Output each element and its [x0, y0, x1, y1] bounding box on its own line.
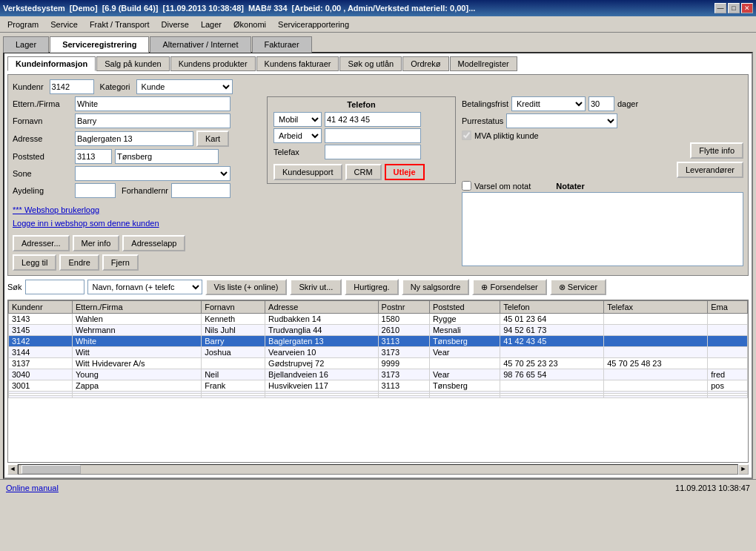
mva-checkbox[interactable] [462, 131, 471, 140]
table-header-row: Kundenr Ettern./Firma Fornavn Adresse Po… [9, 301, 748, 314]
endre-button[interactable]: Endre [59, 254, 99, 271]
crm-button[interactable]: CRM [345, 164, 382, 180]
arbeid-input[interactable] [325, 128, 421, 143]
kart-button[interactable]: Kart [196, 131, 229, 147]
tab-ordrekø[interactable]: Ordrekø [402, 56, 448, 71]
legg-til-button[interactable]: Legg til [13, 254, 56, 271]
cell-poststed: Mesnali [429, 325, 500, 336]
tab-lager[interactable]: Lager [3, 36, 49, 53]
mva-row: MVA pliktig kunde [462, 131, 743, 140]
webshop-link[interactable]: *** Webshop brukerlogg [13, 205, 99, 214]
mobil-type[interactable]: Mobil [273, 112, 322, 127]
skriv-ut-button[interactable]: Skriv ut... [290, 279, 342, 295]
vis-liste-button[interactable]: Vis liste (+ online) [205, 279, 288, 295]
avdeling-input[interactable] [75, 183, 116, 198]
table-row[interactable] [9, 396, 748, 398]
menu-okonomi[interactable]: Økonomi [228, 19, 272, 30]
search-type-select[interactable]: Navn, fornavn (+ telefc [87, 280, 202, 294]
mobil-input[interactable] [325, 112, 421, 127]
ny-salgsordre-button[interactable]: Ny salgsordre [402, 279, 470, 295]
scrollbar-track[interactable] [18, 464, 738, 475]
table-row[interactable]: 3142WhiteBarryBaglergaten 133113Tønsberg… [9, 336, 748, 347]
tab-alternativer[interactable]: Alternativer / Internet [150, 36, 251, 53]
adresser-button[interactable]: Adresser... [13, 235, 70, 251]
minimize-button[interactable]: — [714, 3, 726, 13]
tab-sok[interactable]: Søk og utlån [339, 56, 402, 71]
adresse-row: Adresse Kart [13, 131, 261, 147]
scroll-right-button[interactable]: ► [738, 464, 749, 475]
table-row[interactable]: 3143WahlenKennethRudbakken 141580Rygge45… [9, 314, 748, 325]
customer-info-panel: Kundenr Kategori Kunde Bedrift Ettern./F… [7, 74, 749, 276]
maximize-button[interactable]: □ [728, 3, 740, 13]
betalingsfrist-select[interactable]: Kreditt [511, 96, 586, 111]
cell-adresse: Trudvanglia 44 [265, 325, 378, 336]
cell-kundenr: 3137 [9, 358, 73, 369]
scroll-left-button[interactable]: ◄ [7, 464, 18, 475]
tab-serviceregistrering[interactable]: Serviceregistrering [50, 36, 149, 53]
leverandorer-button[interactable]: Leverandører [677, 162, 743, 178]
forsendelser-button[interactable]: ⊕ Forsendelser [472, 279, 546, 295]
scrollbar-thumb[interactable] [21, 465, 81, 474]
tab-fakturaer[interactable]: Kundens fakturaer [256, 56, 339, 71]
tab-produkter[interactable]: Kundens produkter [170, 56, 256, 71]
sone-select[interactable] [75, 166, 231, 181]
main-content: Kundeinformasjon Salg på kunden Kundens … [3, 52, 753, 479]
hurtigreg-button[interactable]: Hurtigreg. [345, 279, 398, 295]
menu-diverse[interactable]: Diverse [156, 19, 195, 30]
tab-salg[interactable]: Salg på kunden [96, 56, 169, 71]
table-row[interactable]: 3137Witt Hvidevarer A/sGødstrupvej 72999… [9, 358, 748, 369]
menu-lager[interactable]: Lager [195, 19, 228, 30]
fornavn-row: Fornavn [13, 113, 261, 128]
menu-servicerapportering[interactable]: Servicerapportering [272, 19, 355, 30]
adresse-input[interactable] [75, 131, 193, 146]
ettern-input[interactable] [75, 96, 231, 111]
poststed-input[interactable] [115, 149, 219, 164]
online-manual-link[interactable]: Online manual [6, 484, 59, 492]
arbeid-type[interactable]: Arbeid [273, 128, 322, 143]
mer-info-button[interactable]: Mer info [73, 235, 120, 251]
col-kundenr: Kundenr [9, 301, 73, 314]
tab-kundeinformasjon[interactable]: Kundeinformasjon [7, 56, 96, 71]
demo-badge: [Demo] [70, 4, 98, 13]
tab-fakturaer[interactable]: Fakturaer [252, 36, 312, 53]
app-name: Verkstedsystem [3, 4, 65, 13]
col-telefax: Telefax [604, 301, 708, 314]
kundenr-input[interactable] [50, 79, 94, 94]
menu-service[interactable]: Service [44, 19, 84, 30]
table-row[interactable]: 3144WittJoshuaVearveien 103173Vear [9, 347, 748, 358]
close-button[interactable]: ✕ [741, 3, 753, 13]
login-link[interactable]: Logge inn i webshop som denne kunden [13, 219, 159, 228]
cell-email [708, 396, 748, 398]
adresselapp-button[interactable]: Adresselapp [122, 235, 185, 251]
search-input[interactable] [25, 280, 84, 294]
menu-program[interactable]: Program [1, 19, 44, 30]
table-row[interactable]: 3040YoungNeilBjellandveien 163173Vear98 … [9, 369, 748, 380]
servicer-button[interactable]: ⊗ Servicer [550, 279, 606, 295]
fornavn-input[interactable] [75, 113, 231, 128]
kategori-select[interactable]: Kunde Bedrift [136, 79, 233, 94]
cell-telefon: 45 70 25 23 23 [500, 358, 604, 369]
cell-telefax [604, 347, 708, 358]
postnr-input[interactable] [75, 149, 112, 164]
kategori-label: Kategori [100, 82, 130, 91]
forhandler-input[interactable] [171, 183, 231, 198]
table-row[interactable]: 3001ZappaFrankHusvikveien 1173113Tønsber… [9, 380, 748, 392]
cell-postnr: 1580 [378, 314, 429, 325]
notes-textarea[interactable] [462, 192, 743, 266]
fjern-button[interactable]: Fjern [102, 254, 139, 271]
kundenr-row: Kundenr Kategori Kunde Bedrift [13, 79, 743, 94]
table-row[interactable]: 3145WehrmannNils JuhlTrudvanglia 442610M… [9, 325, 748, 336]
kundesupport-button[interactable]: Kundesupport [273, 164, 342, 180]
cell-telefon: 45 01 23 64 [500, 314, 604, 325]
leverandorer-btn-row: Leverandører [462, 162, 743, 178]
purestatus-row: Purrestatus [462, 113, 743, 128]
customer-table-container: Kundenr Ettern./Firma Fornavn Adresse Po… [7, 300, 749, 463]
varsel-checkbox[interactable] [462, 181, 471, 191]
tab-modell[interactable]: Modellregister [450, 56, 517, 71]
purestatus-select[interactable] [506, 113, 617, 128]
utleje-button[interactable]: Utleje [385, 164, 425, 180]
dager-input[interactable] [588, 96, 614, 111]
menu-frakt[interactable]: Frakt / Transport [84, 19, 156, 30]
telefax-input[interactable] [325, 145, 421, 159]
flytte-info-button[interactable]: Flytte info [690, 142, 743, 159]
